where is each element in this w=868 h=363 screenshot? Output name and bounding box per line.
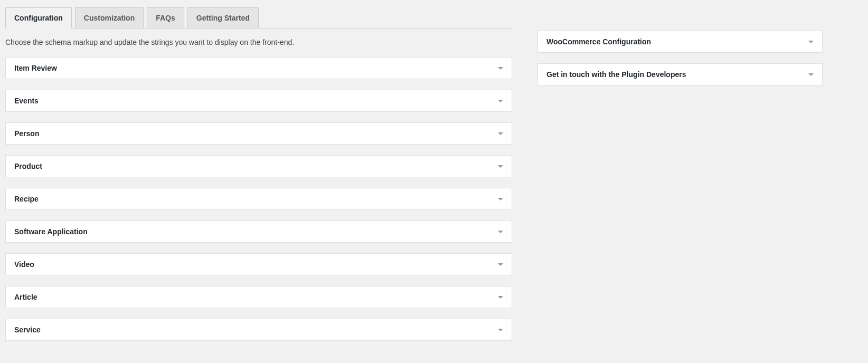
sidebar-panel-woocommerce-config[interactable]: WooCommerce Configuration — [537, 31, 823, 53]
tab-label: FAQs — [156, 14, 175, 22]
sidebar-panel-get-in-touch[interactable]: Get in touch with the Plugin Developers — [537, 63, 823, 85]
schema-panel-title: Person — [14, 129, 39, 138]
intro-text: Choose the schema markup and update the … — [5, 38, 512, 46]
chevron-down-icon — [498, 231, 503, 233]
schema-panel-list: Item Review Events Person Product Recipe — [5, 57, 512, 341]
main-column: Configuration Customization FAQs Getting… — [5, 5, 512, 341]
chevron-down-icon — [498, 67, 503, 70]
tab-faqs[interactable]: FAQs — [147, 7, 184, 28]
schema-panel-person[interactable]: Person — [5, 122, 512, 145]
chevron-down-icon — [498, 329, 503, 331]
chevron-down-icon — [498, 100, 503, 102]
schema-panel-title: Recipe — [14, 195, 39, 203]
schema-panel-title: Software Application — [14, 227, 88, 236]
schema-panel-title: Article — [14, 293, 37, 301]
schema-panel-recipe[interactable]: Recipe — [5, 188, 512, 210]
schema-panel-article[interactable]: Article — [5, 286, 512, 308]
schema-panel-title: Events — [14, 97, 39, 105]
chevron-down-icon — [808, 73, 814, 76]
schema-panel-item-review[interactable]: Item Review — [5, 57, 512, 79]
tab-customization[interactable]: Customization — [75, 7, 144, 28]
chevron-down-icon — [498, 263, 503, 266]
sidebar-panel-title: Get in touch with the Plugin Developers — [546, 70, 686, 79]
chevron-down-icon — [808, 41, 814, 43]
schema-panel-title: Product — [14, 162, 42, 170]
settings-page: Configuration Customization FAQs Getting… — [5, 5, 863, 341]
tab-label: Getting Started — [196, 14, 250, 22]
tab-getting-started[interactable]: Getting Started — [187, 7, 259, 28]
schema-panel-software-application[interactable]: Software Application — [5, 221, 512, 243]
schema-panel-title: Service — [14, 326, 41, 334]
schema-panel-events[interactable]: Events — [5, 90, 512, 112]
schema-panel-title: Video — [14, 260, 34, 269]
schema-panel-product[interactable]: Product — [5, 155, 512, 177]
schema-panel-video[interactable]: Video — [5, 253, 512, 275]
chevron-down-icon — [498, 165, 503, 168]
sidebar-panel-title: WooCommerce Configuration — [546, 37, 651, 46]
tab-label: Configuration — [14, 14, 63, 22]
chevron-down-icon — [498, 132, 503, 135]
schema-panel-title: Item Review — [14, 64, 57, 72]
sidebar-column: WooCommerce Configuration Get in touch w… — [537, 31, 823, 85]
tab-label: Customization — [84, 14, 135, 22]
chevron-down-icon — [498, 198, 503, 200]
chevron-down-icon — [498, 296, 503, 299]
tab-configuration[interactable]: Configuration — [5, 7, 72, 28]
schema-panel-service[interactable]: Service — [5, 319, 512, 341]
tabs-nav: Configuration Customization FAQs Getting… — [5, 7, 512, 28]
